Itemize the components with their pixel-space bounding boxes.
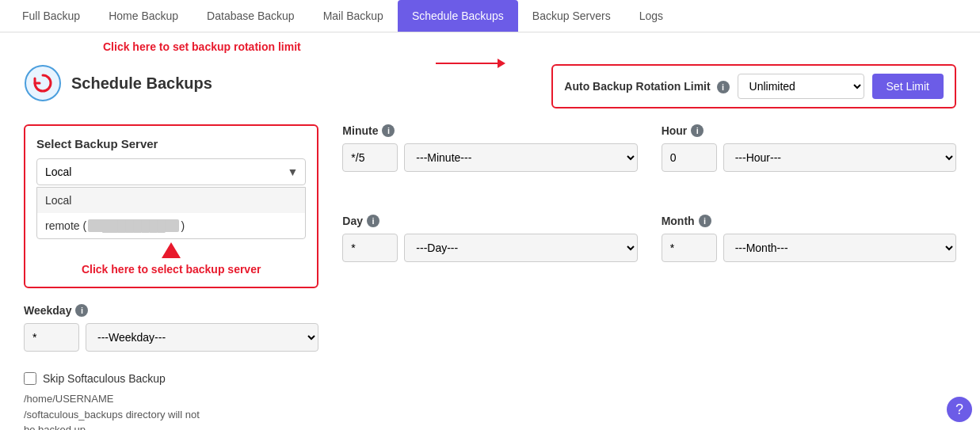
schedule-backups-icon — [24, 64, 62, 102]
weekday-info-icon[interactable]: i — [75, 304, 88, 317]
month-label: Month i — [662, 215, 956, 227]
rotation-select[interactable]: Unlimited 123510 — [738, 74, 864, 99]
backup-server-box: Select Backup Server Local remote (█████… — [24, 124, 318, 288]
server-option-local[interactable]: Local — [37, 188, 305, 213]
form-section: Minute i ---Minute--- Hour i ---Hour--- — [24, 124, 956, 430]
server-select[interactable]: Local remote (████████████) — [36, 158, 306, 185]
weekday-row: ---Weekday--- — [24, 323, 318, 352]
weekday-field-group: Weekday i ---Weekday--- — [24, 304, 318, 352]
hour-field-group: Hour i ---Hour--- — [662, 124, 956, 199]
month-row: ---Month--- — [662, 234, 956, 262]
day-info-icon[interactable]: i — [367, 215, 379, 227]
hour-input[interactable] — [662, 143, 717, 172]
annotation-left: Click here to set backup rotation limit … — [24, 40, 483, 102]
day-field-group: Day i ---Day--- — [342, 215, 637, 289]
weekday-input[interactable] — [24, 323, 79, 352]
day-row: ---Day--- — [342, 234, 637, 262]
corner-help-icon[interactable]: ? — [947, 397, 972, 422]
skip-note: /home/USERNAME /softaculous_backups dire… — [24, 391, 318, 430]
page-title: Schedule Backups — [71, 74, 212, 93]
server-select-wrapper: Local remote (████████████) ▼ — [36, 158, 306, 185]
day-select[interactable]: ---Day--- — [404, 234, 637, 262]
weekday-label: Weekday i — [24, 304, 318, 317]
minute-row: ---Minute--- — [342, 143, 637, 172]
top-navigation: Full Backup Home Backup Database Backup … — [0, 0, 980, 32]
nav-database-backup[interactable]: Database Backup — [193, 0, 309, 32]
month-select[interactable]: ---Month--- — [723, 234, 956, 262]
month-field-group: Month i ---Month--- — [662, 215, 956, 289]
month-input[interactable] — [662, 234, 717, 262]
rotation-label: Auto Backup Rotation Limit i — [564, 80, 729, 93]
skip-checkbox[interactable] — [24, 372, 36, 385]
nav-logs[interactable]: Logs — [625, 0, 677, 32]
day-input[interactable] — [342, 234, 398, 262]
skip-row: Skip Softaculous Backup — [24, 372, 318, 385]
rotation-limit-box: Auto Backup Rotation Limit i Unlimited 1… — [551, 64, 956, 108]
month-info-icon[interactable]: i — [699, 215, 711, 227]
server-option-remote[interactable]: remote (████████) — [37, 213, 305, 238]
arrow-up-container — [36, 242, 306, 258]
weekday-select[interactable]: ---Weekday--- — [86, 323, 318, 352]
annotation-area: Click here to set backup rotation limit … — [24, 40, 956, 108]
minute-field-group: Minute i ---Minute--- — [342, 124, 637, 199]
hour-select[interactable]: ---Hour--- — [723, 143, 956, 172]
rotation-hint-text: Click here to set backup rotation limit — [103, 40, 301, 53]
minute-input[interactable] — [342, 143, 398, 172]
set-limit-button[interactable]: Set Limit — [872, 74, 944, 99]
hour-row: ---Hour--- — [662, 143, 956, 172]
nav-backup-servers[interactable]: Backup Servers — [518, 0, 625, 32]
backup-server-title: Select Backup Server — [36, 137, 306, 150]
day-label: Day i — [342, 215, 637, 227]
nav-home-backup[interactable]: Home Backup — [94, 0, 193, 32]
remote-placeholder: ████████ — [88, 219, 179, 232]
minute-select[interactable]: ---Minute--- — [404, 143, 637, 172]
nav-schedule-backups[interactable]: Schedule Backups — [398, 0, 518, 32]
arrow-up-icon — [162, 242, 181, 258]
click-server-hint: Click here to select backup server — [36, 263, 306, 276]
server-dropdown-list: Local remote (████████) — [36, 187, 306, 239]
skip-label: Skip Softaculous Backup — [43, 372, 166, 385]
minute-info-icon[interactable]: i — [382, 124, 395, 137]
main-content: Click here to set backup rotation limit … — [0, 32, 980, 430]
hour-info-icon[interactable]: i — [691, 124, 704, 137]
skip-section: Skip Softaculous Backup /home/USERNAME /… — [24, 372, 318, 430]
rotation-info-icon[interactable]: i — [717, 81, 730, 93]
hour-label: Hour i — [662, 124, 956, 137]
svg-point-0 — [25, 66, 60, 101]
nav-mail-backup[interactable]: Mail Backup — [309, 0, 398, 32]
minute-label: Minute i — [342, 124, 637, 137]
nav-full-backup[interactable]: Full Backup — [8, 0, 94, 32]
